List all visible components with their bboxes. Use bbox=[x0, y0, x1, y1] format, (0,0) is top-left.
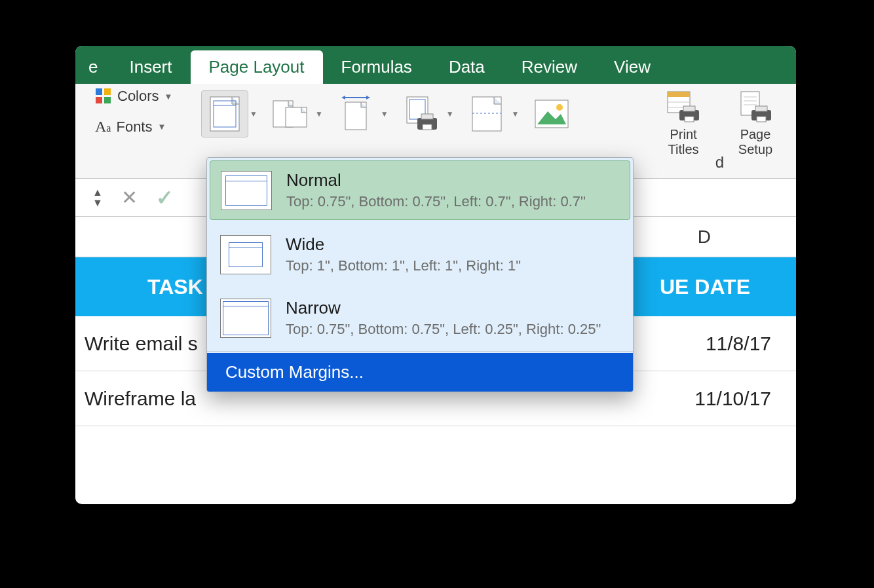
orientation-button[interactable] bbox=[267, 90, 314, 138]
tab-view[interactable]: View bbox=[596, 50, 669, 84]
orientation-icon bbox=[273, 97, 308, 131]
svg-rect-24 bbox=[668, 92, 690, 97]
margins-option-sub: Top: 0.75", Bottom: 0.75", Left: 0.25", … bbox=[286, 321, 601, 338]
tab-page-layout[interactable]: Page Layout bbox=[191, 50, 323, 84]
due-date-header: UE DATE bbox=[660, 275, 750, 299]
svg-rect-0 bbox=[96, 88, 102, 95]
colors-label: Colors bbox=[117, 88, 159, 105]
chevron-down-icon: ▼ bbox=[381, 109, 389, 119]
margins-option-normal[interactable]: Normal Top: 0.75", Bottom: 0.75", Left: … bbox=[210, 160, 630, 220]
task-cell: Write email s bbox=[85, 333, 198, 355]
dropdown-separator bbox=[207, 351, 633, 352]
task-cell: Wireframe la bbox=[85, 388, 196, 410]
background-button[interactable] bbox=[528, 90, 575, 138]
margins-option-title: Narrow bbox=[286, 298, 601, 318]
tab-insert[interactable]: Insert bbox=[111, 50, 190, 84]
print-titles-label-1: Print bbox=[670, 127, 696, 142]
size-icon bbox=[339, 96, 373, 132]
tab-review[interactable]: Review bbox=[503, 50, 596, 84]
background-hint-letter: d bbox=[715, 153, 724, 172]
confirm-formula-button[interactable]: ✓ bbox=[156, 185, 174, 210]
page-setup-label-1: Page bbox=[740, 127, 771, 142]
tab-home-partial[interactable]: e bbox=[82, 50, 111, 84]
margins-option-title: Normal bbox=[286, 170, 586, 191]
custom-margins-button[interactable]: Custom Margins... bbox=[207, 353, 633, 392]
tab-data[interactable]: Data bbox=[430, 50, 503, 84]
fonts-button[interactable]: Aa Fonts ▼ bbox=[95, 118, 201, 136]
date-cell: 11/10/17 bbox=[694, 388, 771, 410]
themes-group: Colors ▼ Aa Fonts ▼ bbox=[83, 88, 201, 136]
excel-window: e Insert Page Layout Formulas Data Revie… bbox=[75, 46, 796, 504]
chevron-down-icon: ▼ bbox=[512, 109, 520, 119]
ribbon-tabs: e Insert Page Layout Formulas Data Revie… bbox=[75, 46, 796, 84]
print-area-icon bbox=[403, 96, 440, 132]
size-button[interactable] bbox=[332, 90, 379, 138]
svg-rect-17 bbox=[423, 124, 432, 130]
page-setup-group: ▼ ▼ bbox=[201, 88, 788, 157]
margins-thumb-icon bbox=[221, 171, 272, 210]
print-titles-label-2: Titles bbox=[668, 142, 698, 157]
chevron-down-icon: ▼ bbox=[446, 109, 454, 119]
margins-thumb-icon bbox=[220, 299, 271, 338]
page-setup-icon bbox=[738, 90, 772, 124]
chevron-down-icon: ▼ bbox=[157, 122, 166, 132]
svg-rect-28 bbox=[683, 106, 695, 111]
page-setup-button[interactable]: Page Setup bbox=[729, 90, 782, 157]
colors-button[interactable]: Colors ▼ bbox=[95, 88, 201, 105]
right-icon-group: Print Titles Page Setup bbox=[657, 90, 788, 157]
cancel-formula-button[interactable]: ✕ bbox=[121, 186, 138, 209]
margins-thumb-icon bbox=[220, 235, 271, 274]
print-area-button[interactable] bbox=[398, 90, 445, 138]
svg-rect-2 bbox=[96, 97, 102, 103]
svg-rect-35 bbox=[755, 106, 767, 111]
margins-option-wide[interactable]: Wide Top: 1", Bottom: 1", Left: 1", Righ… bbox=[207, 223, 633, 286]
margins-button[interactable] bbox=[201, 90, 248, 138]
breaks-button[interactable] bbox=[463, 90, 510, 138]
print-titles-icon bbox=[666, 90, 700, 124]
svg-rect-1 bbox=[104, 88, 111, 95]
column-header-d[interactable]: D bbox=[698, 227, 711, 248]
svg-rect-16 bbox=[421, 114, 433, 119]
breaks-icon bbox=[472, 96, 502, 132]
fonts-icon: Aa bbox=[95, 118, 111, 136]
print-titles-button[interactable]: Print Titles bbox=[657, 90, 710, 157]
fonts-label: Fonts bbox=[116, 119, 152, 136]
svg-point-22 bbox=[556, 104, 563, 111]
name-box-stepper[interactable]: ▲▼ bbox=[92, 187, 103, 208]
margins-option-title: Wide bbox=[286, 234, 521, 255]
svg-marker-11 bbox=[366, 96, 370, 100]
svg-rect-29 bbox=[685, 117, 694, 122]
svg-rect-3 bbox=[104, 97, 111, 103]
svg-rect-36 bbox=[757, 117, 766, 122]
page-setup-label-2: Setup bbox=[738, 142, 772, 157]
margins-dropdown: Normal Top: 0.75", Bottom: 0.75", Left: … bbox=[206, 157, 634, 392]
svg-marker-10 bbox=[341, 96, 345, 100]
picture-icon bbox=[535, 100, 569, 128]
margins-option-narrow[interactable]: Narrow Top: 0.75", Bottom: 0.75", Left: … bbox=[207, 286, 633, 350]
chevron-down-icon: ▼ bbox=[164, 92, 173, 101]
margins-icon bbox=[210, 96, 240, 132]
chevron-down-icon: ▼ bbox=[315, 109, 323, 119]
chevron-down-icon: ▼ bbox=[250, 109, 257, 119]
tab-formulas[interactable]: Formulas bbox=[323, 50, 430, 84]
date-cell: 11/8/17 bbox=[706, 333, 771, 355]
margins-option-sub: Top: 1", Bottom: 1", Left: 1", Right: 1" bbox=[286, 257, 521, 274]
task-header: TASK bbox=[147, 275, 203, 299]
colors-icon bbox=[95, 88, 112, 105]
margins-option-sub: Top: 0.75", Bottom: 0.75", Left: 0.7", R… bbox=[286, 193, 586, 210]
